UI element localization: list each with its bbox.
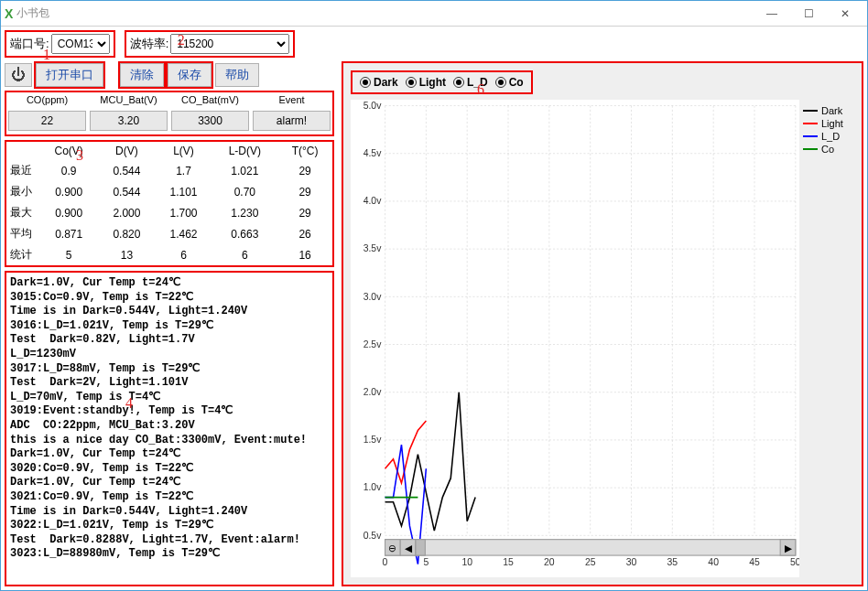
baud-label: 波特率: [130,36,169,52]
svg-text:25: 25 [585,556,596,567]
svg-text:45: 45 [749,556,760,567]
window-title: 小书包 [16,5,49,21]
port-label: 端口号: [10,36,49,52]
minimize-button[interactable]: — [754,2,790,26]
legend-item: L_D [803,131,851,142]
plot-wrap: 0.5v1.0v1.5v2.0v2.5v3.0v3.5v4.0v4.5v5.0v… [351,100,854,577]
port-select[interactable]: COM13 [51,34,110,54]
legend-item: Dark [803,105,851,116]
app-icon: X [5,6,13,21]
chart-plot[interactable]: 0.5v1.0v1.5v2.0v2.5v3.0v3.5v4.0v4.5v5.0v… [351,100,799,577]
svg-text:10: 10 [461,556,472,567]
clear-button[interactable]: 清除 [120,63,164,87]
series-radio-group: 6 DarkLightL_DCo [351,70,533,94]
legend-item: Co [803,144,851,155]
svg-text:1.0v: 1.0v [363,481,382,492]
status-header: MCU_Bat(V) [88,92,169,107]
status-value: 3.20 [90,111,168,131]
svg-text:40: 40 [708,556,719,567]
log-panel: 4 Dark=1.0V, Cur Temp t=24℃ 3015:Co=0.9V… [5,271,334,586]
svg-text:3.0v: 3.0v [363,290,382,301]
svg-text:▶: ▶ [785,543,793,553]
table-row: 统计5136616 [6,244,332,265]
svg-text:0: 0 [383,556,388,567]
maximize-button[interactable]: ☐ [790,2,827,26]
radio-dark[interactable]: Dark [360,76,398,89]
table-header: D(V) [98,142,155,160]
svg-rect-47 [416,540,425,555]
chart-legend: DarkLightL_DCo [799,100,854,577]
svg-text:2.0v: 2.0v [363,386,382,397]
open-port-button[interactable]: 打开串口 [36,63,103,87]
config-row: 端口号: COM13 1 波特率: 115200 2 [5,30,334,58]
table-row: 最大0.9002.0001.7001.23029 [6,202,332,223]
radio-l_d[interactable]: L_D [453,76,488,89]
svg-text:15: 15 [503,556,514,567]
port-group: 端口号: COM13 1 [5,30,115,58]
app-window: X 小书包 — ☐ ✕ 端口号: COM13 1 波特率: 115200 [0,0,868,591]
svg-text:4.5v: 4.5v [363,147,382,158]
svg-text:30: 30 [626,556,637,567]
power-button[interactable]: ⏻ [5,63,32,87]
status-header: CO_Bat(mV) [169,92,251,107]
baud-select[interactable]: 115200 [170,34,289,54]
chart-panel: 6 DarkLightL_DCo 5 0.5v1.0v1.5v2.0v2.5v3… [342,61,863,586]
svg-text:4.0v: 4.0v [363,195,382,206]
svg-text:1.5v: 1.5v [363,434,382,445]
svg-text:50: 50 [790,556,799,567]
table-header: L-D(V) [212,142,277,160]
radio-light[interactable]: Light [406,76,446,89]
svg-rect-42 [385,540,796,555]
help-button[interactable]: 帮助 [215,63,259,87]
svg-text:5: 5 [423,556,429,567]
legend-item: Light [803,118,851,129]
svg-text:0.5v: 0.5v [363,529,382,540]
svg-text:3.5v: 3.5v [363,242,382,253]
status-header: Event [251,92,332,107]
svg-text:⊖: ⊖ [388,543,396,553]
log-textarea[interactable]: Dark=1.0V, Cur Temp t=24℃ 3015:Co=0.9V, … [6,273,332,585]
table-header [6,142,39,160]
close-button[interactable]: ✕ [827,2,863,26]
table-header: T(°C) [277,142,332,160]
left-panel: 端口号: COM13 1 波特率: 115200 2 ⏻ 打开串口 [5,30,334,586]
table-row: 最近0.90.5441.71.02129 [6,160,332,181]
svg-text:35: 35 [667,556,678,567]
table-header: L(V) [155,142,212,160]
button-row: ⏻ 打开串口 清除 保存 帮助 [5,63,334,87]
titlebar: X 小书包 — ☐ ✕ [1,1,867,27]
baud-group: 波特率: 115200 2 [125,30,296,58]
right-panel: 6 DarkLightL_DCo 5 0.5v1.0v1.5v2.0v2.5v3… [338,30,863,586]
save-button[interactable]: 保存 [168,63,212,87]
status-panel: CO(ppm)MCU_Bat(V)CO_Bat(mV)Event 223.203… [5,91,334,136]
data-table: 3 Co(V)D(V)L(V)L-D(V)T(°C)最近0.90.5441.71… [5,140,334,267]
svg-text:◀: ◀ [405,543,413,553]
status-value: 3300 [171,111,249,131]
svg-text:2.5v: 2.5v [363,338,382,349]
status-value: 22 [8,111,86,131]
status-value: alarm! [253,111,331,131]
status-header: CO(ppm) [6,92,88,107]
radio-co[interactable]: Co [495,76,524,89]
table-row: 最小0.9000.5441.1010.7029 [6,181,332,202]
svg-text:5.0v: 5.0v [363,100,382,111]
table-row: 平均0.8710.8201.4620.66326 [6,223,332,244]
table-header: Co(V) [39,142,98,160]
svg-text:20: 20 [544,556,555,567]
content-area: 端口号: COM13 1 波特率: 115200 2 ⏻ 打开串口 [1,27,867,590]
